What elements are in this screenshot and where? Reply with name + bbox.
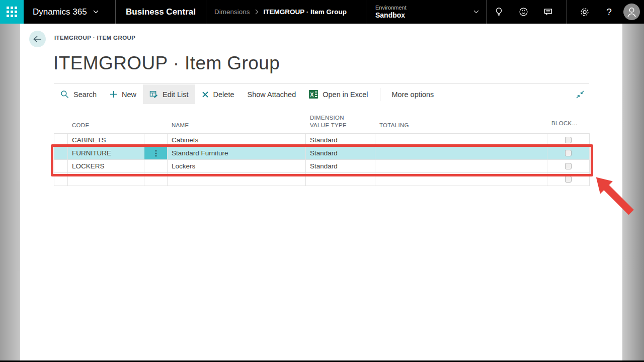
table-row[interactable]: CABINETSCabinetsStandard	[54, 134, 590, 147]
cell-blocked[interactable]	[547, 147, 590, 159]
cell-code[interactable]	[68, 173, 144, 186]
search-icon	[60, 90, 69, 99]
row-options-cell[interactable]	[144, 134, 168, 146]
right-letterbox-strip	[622, 24, 644, 360]
cell-blocked[interactable]	[547, 134, 590, 146]
row-selector-cell[interactable]	[54, 134, 68, 146]
blocked-checkbox[interactable]	[565, 176, 572, 183]
page-breadcrumb: ITEMGROUP · ITEM GROUP	[54, 35, 135, 41]
cell-name[interactable]	[168, 173, 306, 186]
cell-dimension-value-type[interactable]: Standard	[306, 160, 375, 172]
plus-icon	[110, 90, 117, 98]
chevron-down-icon	[93, 10, 99, 14]
column-header-name[interactable]: NAME	[168, 122, 306, 133]
left-letterbox-strip	[0, 24, 20, 360]
cell-name[interactable]: Cabinets	[168, 134, 306, 146]
app-title: Dynamics 365	[33, 7, 87, 17]
edit-list-button[interactable]: Edit List	[143, 84, 195, 104]
row-selector-cell[interactable]	[54, 147, 68, 159]
row-ellipsis-icon	[155, 150, 157, 157]
table-body: CABINETSCabinetsStandardFURNITUREStandar…	[54, 133, 590, 186]
back-arrow-icon	[33, 36, 42, 43]
page-content: ITEMGROUP · ITEM GROUP ITEMGROUP · Item …	[20, 24, 622, 360]
new-button[interactable]: New	[103, 84, 143, 104]
intelligent-insights-button[interactable]	[487, 0, 511, 24]
settings-help-group: ?	[567, 0, 644, 24]
cell-dimension-value-type[interactable]	[306, 173, 375, 186]
cell-blocked[interactable]	[547, 173, 590, 186]
back-button[interactable]	[29, 31, 46, 47]
cell-code[interactable]: LOCKERS	[68, 160, 144, 172]
app-launcher-waffle-icon[interactable]	[0, 0, 24, 24]
row-selector-cell[interactable]	[54, 173, 68, 186]
show-attached-button[interactable]: Show Attached	[240, 84, 302, 104]
table-row[interactable]	[54, 173, 590, 186]
cell-dimension-value-type[interactable]: Standard	[306, 134, 375, 146]
column-header-dimension-value-type[interactable]: DIMENSION VALUE TYPE	[306, 114, 375, 133]
column-header-options	[144, 129, 168, 133]
table-row[interactable]: FURNITUREStandard FurnitureStandard	[54, 147, 590, 160]
chevron-down-icon	[473, 10, 479, 14]
column-header-selector	[54, 129, 68, 133]
blocked-checkbox[interactable]	[565, 137, 572, 143]
cell-name[interactable]: Lockers	[168, 160, 306, 172]
delete-button[interactable]: Delete	[195, 84, 241, 104]
settings-gear-icon	[580, 7, 590, 17]
cell-code[interactable]: FURNITURE	[68, 147, 144, 159]
lightbulb-icon	[494, 7, 504, 17]
environment-selector[interactable]: Environment Sandbox	[366, 0, 487, 24]
row-options-cell[interactable]	[144, 173, 168, 186]
column-header-blocked[interactable]: BLOCKED	[547, 120, 590, 133]
breadcrumb-current: ITEMGROUP · Item Group	[264, 8, 347, 16]
cell-name[interactable]: Standard Furniture	[168, 147, 306, 159]
settings-button[interactable]	[572, 0, 597, 24]
search-button[interactable]: Search	[54, 84, 103, 104]
column-header-code[interactable]: CODE	[68, 122, 144, 133]
environment-value: Sandbox	[375, 11, 407, 20]
cell-code[interactable]: CABINETS	[68, 134, 144, 146]
cell-totaling[interactable]	[375, 147, 547, 159]
product-title[interactable]: Business Central	[116, 0, 206, 24]
action-toolbar: Search New Edit List Delete Show Attache…	[54, 83, 589, 105]
cell-dimension-value-type[interactable]: Standard	[306, 147, 375, 159]
breadcrumb: Dimensions ITEMGROUP · Item Group	[206, 0, 366, 24]
cell-totaling[interactable]	[375, 134, 547, 146]
table-row[interactable]: LOCKERSLockersStandard	[54, 160, 590, 173]
help-button[interactable]: ?	[597, 0, 621, 24]
avatar[interactable]	[623, 4, 640, 20]
delete-x-icon	[202, 91, 209, 98]
chevron-right-icon	[255, 9, 259, 15]
blocked-checkbox[interactable]	[565, 163, 572, 169]
breadcrumb-parent[interactable]: Dimensions	[214, 8, 250, 16]
more-options-button[interactable]: More options	[385, 84, 441, 104]
row-options-cell[interactable]	[144, 160, 168, 172]
toolbar-divider	[380, 88, 380, 101]
open-in-excel-button[interactable]: X Open in Excel	[302, 84, 374, 104]
screen: Dynamics 365 Business Central Dimensions…	[0, 0, 644, 362]
help-icon: ?	[606, 7, 612, 18]
column-header-totaling[interactable]: TOTALING	[375, 122, 547, 133]
collapse-actions-button[interactable]	[572, 90, 588, 99]
row-options-cell[interactable]	[144, 147, 168, 159]
row-selector-cell[interactable]	[54, 160, 68, 172]
excel-icon: X	[309, 90, 318, 99]
cell-totaling[interactable]	[375, 160, 547, 172]
page-title: ITEMGROUP · Item Group	[53, 53, 280, 74]
table-header: CODE NAME DIMENSION VALUE TYPE TOTALING …	[54, 108, 590, 133]
assisted-setup-chat-button[interactable]	[536, 0, 560, 24]
blocked-checkbox[interactable]	[565, 150, 572, 156]
dynamics365-menu[interactable]: Dynamics 365	[24, 0, 116, 24]
cell-blocked[interactable]	[547, 160, 590, 172]
smiley-icon	[519, 7, 528, 17]
feedback-smiley-button[interactable]	[511, 0, 536, 24]
collapse-arrows-icon	[576, 90, 584, 99]
edit-list-icon	[149, 90, 158, 99]
top-navigation-bar: Dynamics 365 Business Central Dimensions…	[0, 0, 644, 24]
environment-label: Environment	[375, 4, 407, 11]
svg-text:X: X	[310, 92, 314, 98]
dimension-values-table: CODE NAME DIMENSION VALUE TYPE TOTALING …	[54, 108, 590, 186]
chat-message-icon	[543, 7, 553, 17]
cell-totaling[interactable]	[375, 173, 547, 186]
